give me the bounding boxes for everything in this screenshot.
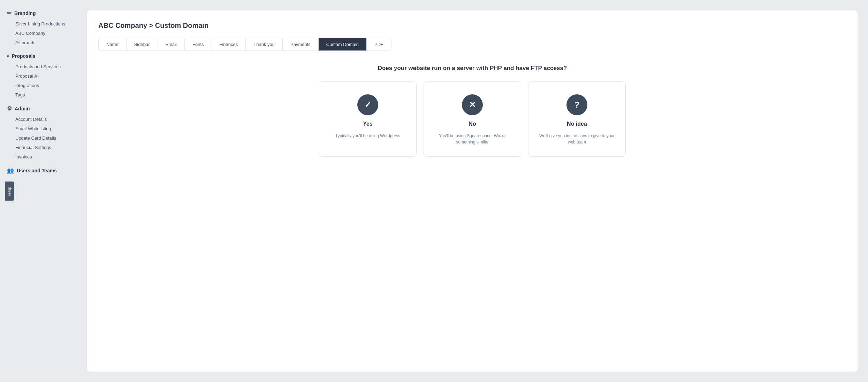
yes-icon: ✓	[357, 94, 378, 115]
branding-icon: ✏	[7, 10, 12, 16]
no-desc: You'll be using Squarespace, Wix or some…	[432, 133, 512, 145]
admin-icon: ⚙	[7, 105, 12, 112]
sidebar-item-proposal-ai[interactable]: Proposal AI	[0, 71, 77, 81]
main-content: ABC Company > Custom Domain Name Sidebar…	[77, 0, 868, 382]
options-row: ✓ Yes Typically you'll be using Wordpres…	[98, 81, 846, 157]
sidebar-item-invoices[interactable]: Invoices	[0, 152, 77, 162]
sidebar-section-admin: ⚙ Admin Account Details Email Whitelisti…	[0, 102, 77, 162]
proposals-icon: ▪	[7, 53, 9, 59]
tabs-bar: Name Sidebar Email Fonts Finances Thank …	[98, 38, 391, 51]
sidebar-heading-users-teams: 👥 Users and Teams	[0, 164, 77, 177]
content-card: ABC Company > Custom Domain Name Sidebar…	[87, 10, 858, 372]
tab-custom-domain[interactable]: Custom Domain	[319, 38, 367, 50]
tab-sidebar[interactable]: Sidebar	[127, 38, 158, 50]
tab-fonts[interactable]: Fonts	[185, 38, 212, 50]
no-option[interactable]: ✕ No You'll be using Squarespace, Wix or…	[424, 81, 521, 157]
tab-thank-you[interactable]: Thank you	[246, 38, 283, 50]
sidebar-item-update-card-details[interactable]: Update Card Details	[0, 133, 77, 143]
sidebar-item-tags[interactable]: Tags	[0, 90, 77, 100]
users-teams-icon: 👥	[7, 167, 14, 174]
sidebar-item-all-brands[interactable]: All brands	[0, 38, 77, 47]
tab-name[interactable]: Name	[99, 38, 127, 50]
sidebar-heading-admin: ⚙ Admin	[0, 102, 77, 115]
no-idea-label: No idea	[567, 121, 587, 127]
page-title: ABC Company > Custom Domain	[98, 22, 846, 30]
sidebar-item-account-details[interactable]: Account Details	[0, 115, 77, 124]
no-idea-option[interactable]: ? No idea We'll give you instructions to…	[528, 81, 626, 157]
sidebar-item-email-whitelisting[interactable]: Email Whitelisting	[0, 124, 77, 133]
sidebar-heading-branding: ✏ Branding	[0, 7, 77, 19]
sidebar-section-proposals: ▪ Proposals Products and Services Propos…	[0, 50, 77, 100]
sidebar-item-integrations[interactable]: Integrations	[0, 81, 77, 90]
sidebar-item-products-services[interactable]: Products and Services	[0, 62, 77, 71]
yes-label: Yes	[363, 121, 373, 127]
tab-finances[interactable]: Finances	[212, 38, 246, 50]
yes-option[interactable]: ✓ Yes Typically you'll be using Wordpres…	[319, 81, 417, 157]
tab-email[interactable]: Email	[158, 38, 185, 50]
sidebar-item-abc-company[interactable]: ABC Company	[0, 29, 77, 38]
sidebar-item-silver-lining[interactable]: Silver Lining Productions	[0, 19, 77, 29]
sidebar-item-financial-settings[interactable]: Financial Settings	[0, 143, 77, 152]
no-icon: ✕	[462, 94, 483, 115]
question-text: Does your website run on a server with P…	[98, 65, 846, 72]
help-tab[interactable]: Help	[5, 181, 14, 201]
yes-desc: Typically you'll be using Wordpress	[335, 133, 400, 139]
no-idea-icon: ?	[566, 94, 587, 115]
no-idea-desc: We'll give you instructions to give to y…	[537, 133, 617, 145]
sidebar-heading-proposals: ▪ Proposals	[0, 50, 77, 62]
tab-payments[interactable]: Payments	[283, 38, 319, 50]
tab-pdf[interactable]: PDF	[367, 38, 391, 50]
sidebar-section-users-teams: 👥 Users and Teams	[0, 164, 77, 177]
sidebar-section-branding: ✏ Branding Silver Lining Productions ABC…	[0, 7, 77, 47]
no-label: No	[469, 121, 476, 127]
